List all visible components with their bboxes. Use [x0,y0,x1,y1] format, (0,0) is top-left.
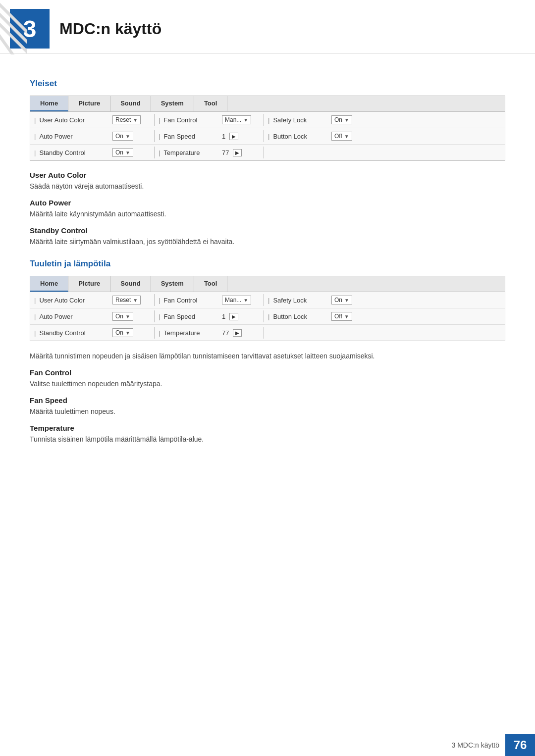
fan-speed-arrow-2[interactable]: ▶ [229,313,238,320]
pipe-icon: | [268,313,269,320]
pipe-icon: | [34,133,36,140]
tab-sound-2[interactable]: Sound [110,276,151,292]
main-content: Yleiset Home Picture Sound System Tool |… [0,69,535,479]
auto-power-dropdown[interactable]: On ▼ [112,132,133,141]
cell-safety-lock-2: | Safety Lock [264,295,328,305]
sub-heading-fan-control: Fan Control [30,368,505,377]
dropdown-arrow: ▼ [344,314,349,319]
cell-fan-control-val-2[interactable]: Man... ▼ [219,294,264,306]
reset-dropdown-2[interactable]: Reset ▼ [112,296,141,304]
safety-lock-dropdown[interactable]: On ▼ [331,115,352,124]
cell-empty-2 [264,331,328,334]
dropdown-arrow: ▼ [125,134,130,139]
cell-fan-control-val-1[interactable]: Man... ▼ [219,114,264,126]
body-text-section2-main: Määritä tunnistimen nopeuden ja sisäisen… [30,351,505,361]
table-row: | Standby Control On ▼ | Temperature 77 … [30,145,505,160]
fan-control-dropdown-2[interactable]: Man... ▼ [222,296,251,304]
standby-dropdown-2[interactable]: On ▼ [112,328,133,337]
sub-heading-temperature: Temperature [30,424,505,432]
temperature-arrow-1[interactable]: ▶ [233,149,242,156]
pipe-icon: | [159,149,160,156]
footer-label: 3 MDC:n käyttö [446,737,505,753]
page-title: MDC:n käyttö [59,20,161,38]
cell-button-lock-val-2[interactable]: Off ▼ [328,310,368,322]
cell-fan-control-2: | Fan Control [155,295,219,305]
safety-lock-dropdown-2[interactable]: On ▼ [331,296,352,304]
dropdown-arrow: ▼ [125,330,130,336]
cell-reset-val-1[interactable]: Reset ▼ [109,114,154,126]
body-text-fan-speed: Määritä tuulettimen nopeus. [30,406,505,417]
cell-empty-1 [264,151,328,154]
reset-dropdown-1[interactable]: Reset ▼ [112,115,141,124]
pipe-icon: | [34,297,36,304]
pipe-icon: | [159,116,160,124]
tab-picture-1[interactable]: Picture [68,96,110,111]
tab-system-1[interactable]: System [151,96,194,111]
tab-system-2[interactable]: System [151,276,194,292]
pipe-icon: | [34,329,36,337]
tab-sound-1[interactable]: Sound [110,96,151,111]
button-lock-dropdown-2[interactable]: Off ▼ [331,312,352,321]
cell-standby-1: | Standby Control [30,148,109,158]
diagonal-decoration [0,0,27,56]
pipe-icon: | [159,133,160,140]
body-text-temperature: Tunnista sisäinen lämpötila määrittämäll… [30,434,505,445]
pipe-icon: | [159,313,160,320]
dropdown-arrow: ▼ [125,314,130,319]
cell-temperature-val-2[interactable]: 77 ▶ [219,328,264,338]
cell-auto-power-val-1[interactable]: On ▼ [109,130,154,142]
pipe-icon: | [268,116,269,124]
cell-fan-speed-val-1[interactable]: 1 ▶ [219,131,264,142]
dropdown-arrow: ▼ [243,298,248,303]
section1-title: Yleiset [30,79,505,89]
cell-auto-power-2: | Auto Power [30,311,109,322]
cell-user-auto-color-2: | User Auto Color [30,295,109,305]
table-row: | User Auto Color Reset ▼ | Fan Control … [30,292,505,308]
temperature-arrow-2[interactable]: ▶ [233,329,242,337]
tab-tool-2[interactable]: Tool [194,276,227,292]
pipe-icon: | [34,313,36,320]
pipe-icon: | [34,149,36,156]
pipe-icon: | [268,133,269,140]
cell-reset-val-2[interactable]: Reset ▼ [109,294,154,306]
dropdown-arrow: ▼ [344,134,349,139]
dropdown-arrow: ▼ [344,298,349,303]
dropdown-arrow: ▼ [125,150,130,155]
cell-standby-val-1[interactable]: On ▼ [109,147,154,158]
cell-button-lock-1: | Button Lock [264,131,328,142]
cell-button-lock-val-1[interactable]: Off ▼ [328,130,368,142]
cell-auto-power-val-2[interactable]: On ▼ [109,310,154,322]
body-text-auto-power: Määritä laite käynnistymään automaattise… [30,209,505,219]
tab-home-1[interactable]: Home [30,96,68,111]
table-row: | Standby Control On ▼ | Temperature 77 … [30,325,505,341]
button-lock-dropdown[interactable]: Off ▼ [331,132,352,141]
cell-fan-control-1: | Fan Control [155,115,219,125]
fan-speed-arrow-1[interactable]: ▶ [229,133,238,140]
table-row: | Auto Power On ▼ | Fan Speed 1 ▶ | [30,308,505,325]
pipe-icon: | [159,297,160,304]
cell-safety-lock-val-2[interactable]: On ▼ [328,294,368,306]
standby-dropdown[interactable]: On ▼ [112,148,133,157]
auto-power-dropdown-2[interactable]: On ▼ [112,312,133,321]
cell-fan-speed-1: | Fan Speed [155,131,219,142]
cell-standby-val-2[interactable]: On ▼ [109,327,154,339]
cell-safety-lock-val-1[interactable]: On ▼ [328,114,368,126]
table-row: | Auto Power On ▼ | Fan Speed 1 ▶ | [30,128,505,145]
tab-picture-2[interactable]: Picture [68,276,110,292]
tab-tool-1[interactable]: Tool [194,96,227,111]
cell-fan-speed-val-2[interactable]: 1 ▶ [219,311,264,322]
cell-temperature-val-1[interactable]: 77 ▶ [219,148,264,158]
tab-home-2[interactable]: Home [30,276,68,292]
cell-empty-val-2 [328,331,368,334]
cell-user-auto-color-1: | User Auto Color [30,115,109,125]
pipe-icon: | [159,329,160,337]
fan-control-dropdown[interactable]: Man... ▼ [222,115,251,124]
menu-header-row-2: Home Picture Sound System Tool [30,276,505,292]
cell-button-lock-2: | Button Lock [264,311,328,322]
footer-page-number: 76 [505,734,535,756]
pipe-icon: | [34,116,36,124]
sub-heading-standby-control: Standby Control [30,226,505,235]
dropdown-arrow: ▼ [243,117,248,123]
sub-heading-auto-power: Auto Power [30,199,505,207]
body-text-standby-control: Määritä laite siirtymään valmiustilaan, … [30,237,505,247]
